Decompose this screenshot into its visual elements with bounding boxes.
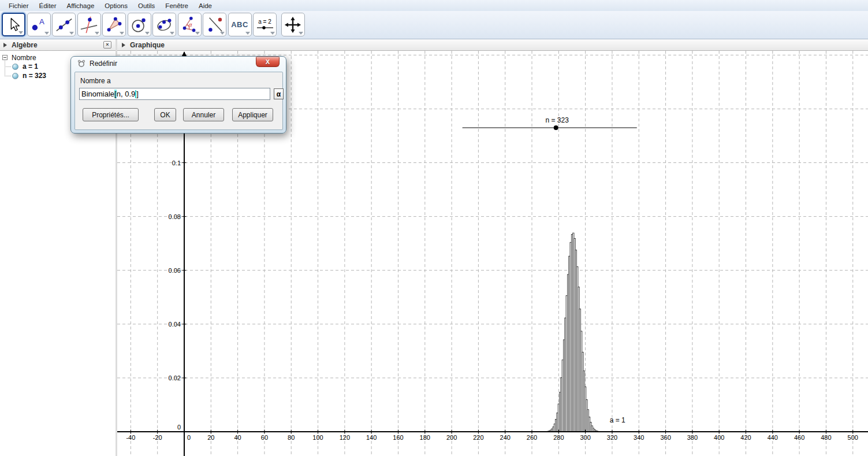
algebra-item-label: n = 323 bbox=[23, 72, 46, 80]
slider-icon: a = 2 bbox=[256, 18, 274, 31]
input-text-prefix: Binomiale bbox=[81, 90, 114, 98]
x-tick-label: 80 bbox=[288, 434, 295, 441]
dialog-close-button[interactable]: X bbox=[256, 57, 280, 67]
reflect-tool-button[interactable] bbox=[203, 13, 226, 36]
input-text-inner: n, 0.9 bbox=[117, 90, 136, 98]
circle-icon bbox=[129, 16, 149, 34]
x-tick-label: 280 bbox=[553, 434, 564, 441]
dropdown-caret-icon[interactable] bbox=[220, 32, 225, 35]
text-tool-button[interactable]: ABC bbox=[228, 13, 252, 36]
menu-editer[interactable]: Éditer bbox=[34, 2, 62, 9]
dropdown-caret-icon[interactable] bbox=[170, 32, 174, 35]
point-label-a[interactable]: a = 1 bbox=[610, 416, 625, 424]
point-tool-button[interactable]: A bbox=[27, 13, 51, 36]
slider-tool-button[interactable]: a = 2 bbox=[253, 13, 277, 36]
move-tool-button[interactable] bbox=[2, 13, 25, 36]
dialog-title: Redéfinir bbox=[90, 60, 117, 68]
menu-aide[interactable]: Aide bbox=[193, 2, 217, 9]
x-tick-label: 300 bbox=[580, 434, 590, 441]
y-tick-label: 0.04 bbox=[169, 321, 181, 328]
graphics-panel-header: Graphique bbox=[117, 39, 868, 51]
x-tick-label: 100 bbox=[312, 434, 323, 441]
svg-text:α: α bbox=[189, 21, 192, 27]
n-slider-handle[interactable] bbox=[554, 125, 558, 130]
x-tick-label: 320 bbox=[607, 434, 617, 441]
x-tick-label: 180 bbox=[420, 434, 430, 441]
x-tick-label: 400 bbox=[714, 434, 724, 441]
menu-options[interactable]: Options bbox=[99, 2, 133, 9]
x-tick-label: 460 bbox=[794, 434, 804, 441]
input-close-bracket: ] bbox=[136, 90, 139, 98]
move-view-tool-button[interactable] bbox=[281, 13, 305, 36]
dropdown-caret-icon[interactable] bbox=[120, 32, 124, 35]
dropdown-caret-icon[interactable] bbox=[44, 32, 49, 35]
algebra-panel-title: Algèbre bbox=[12, 41, 38, 49]
toolbar: AαABCa = 2 bbox=[0, 11, 868, 39]
circle-tool-button[interactable] bbox=[128, 13, 151, 36]
dropdown-caret-icon[interactable] bbox=[299, 32, 303, 35]
properties-button[interactable]: Propriétés... bbox=[83, 108, 139, 121]
polygon-tool-button[interactable] bbox=[102, 13, 126, 36]
menubar: FichierÉditerAffichageOptionsOutilsFenêt… bbox=[0, 0, 868, 11]
x-tick-label: 500 bbox=[848, 434, 858, 441]
algebra-disclosure-icon[interactable] bbox=[3, 43, 7, 47]
x-tick-label: 20 bbox=[207, 434, 214, 441]
dropdown-caret-icon[interactable] bbox=[95, 32, 99, 35]
conic-tool-button[interactable] bbox=[152, 13, 176, 36]
x-tick-label: 240 bbox=[500, 434, 511, 441]
binomial-histogram[interactable] bbox=[546, 233, 599, 432]
x-tick-label: 40 bbox=[234, 434, 241, 441]
x-tick-label: 480 bbox=[821, 434, 831, 441]
polygon-icon bbox=[105, 16, 124, 34]
visibility-marble-icon[interactable] bbox=[12, 73, 18, 79]
y-tick-label: 0.1 bbox=[172, 160, 181, 166]
cancel-button[interactable]: Annuler bbox=[183, 108, 224, 121]
dropdown-caret-icon[interactable] bbox=[195, 32, 200, 35]
menu-fichier[interactable]: Fichier bbox=[3, 2, 34, 9]
dropdown-caret-icon[interactable] bbox=[145, 32, 150, 35]
y-tick-label: 0.02 bbox=[169, 375, 181, 381]
algebra-panel-header: Algèbre × bbox=[0, 39, 116, 51]
apply-button[interactable]: Appliquer bbox=[232, 108, 273, 121]
graphics-disclosure-icon[interactable] bbox=[122, 43, 125, 47]
dropdown-caret-icon[interactable] bbox=[270, 32, 275, 35]
point-icon: A bbox=[29, 16, 49, 34]
angle-tool-button[interactable]: α bbox=[178, 13, 202, 36]
alpha-symbols-button[interactable]: α bbox=[274, 88, 284, 99]
dropdown-caret-icon[interactable] bbox=[69, 32, 74, 35]
dropdown-caret-icon[interactable] bbox=[18, 31, 23, 34]
origin-label: 0 bbox=[177, 424, 181, 431]
geogebra-logo-icon bbox=[77, 60, 85, 68]
dropdown-caret-icon[interactable] bbox=[245, 32, 250, 35]
dialog-body: Nombre a Binomiale[n, 0.9] α Propriétés.… bbox=[74, 72, 283, 130]
algebra-close-button[interactable]: × bbox=[103, 41, 111, 49]
menu-outils[interactable]: Outils bbox=[133, 2, 160, 9]
svg-text:A: A bbox=[39, 17, 44, 26]
menu-affichage[interactable]: Affichage bbox=[62, 2, 100, 9]
dialog-titlebar[interactable]: Redéfinir bbox=[77, 60, 117, 68]
x-tick-label: 380 bbox=[687, 434, 698, 441]
x-tick-label: 0 bbox=[187, 434, 191, 441]
redefine-dialog: Redéfinir X Nombre a Binomiale[n, 0.9] α… bbox=[70, 56, 286, 134]
angle-icon: α bbox=[180, 16, 199, 34]
n-slider[interactable]: n = 323 bbox=[463, 116, 637, 130]
text-icon: ABC bbox=[231, 20, 248, 29]
x-tick-label: 260 bbox=[527, 434, 537, 441]
x-tick-label: 120 bbox=[340, 434, 350, 441]
collapse-icon[interactable] bbox=[2, 55, 8, 60]
axis-labels: -40-200204060801001201401601802002202402… bbox=[126, 160, 858, 442]
close-icon: X bbox=[266, 58, 270, 65]
line-icon bbox=[54, 16, 74, 34]
x-tick-label: 200 bbox=[446, 434, 457, 441]
x-tick-label: 440 bbox=[768, 434, 778, 441]
definition-input[interactable]: Binomiale[n, 0.9] bbox=[79, 88, 270, 100]
y-tick-label: 0.06 bbox=[169, 267, 181, 274]
ok-button[interactable]: OK bbox=[154, 108, 176, 121]
visibility-marble-icon[interactable] bbox=[12, 64, 18, 70]
perpendicular-line-tool-button[interactable] bbox=[77, 13, 101, 36]
line-tool-button[interactable] bbox=[52, 13, 76, 36]
x-tick-label: 140 bbox=[366, 434, 377, 441]
algebra-item-label: a = 1 bbox=[23, 62, 38, 71]
x-tick-label: 420 bbox=[740, 434, 751, 441]
menu-fenetre[interactable]: Fenêtre bbox=[160, 2, 193, 9]
